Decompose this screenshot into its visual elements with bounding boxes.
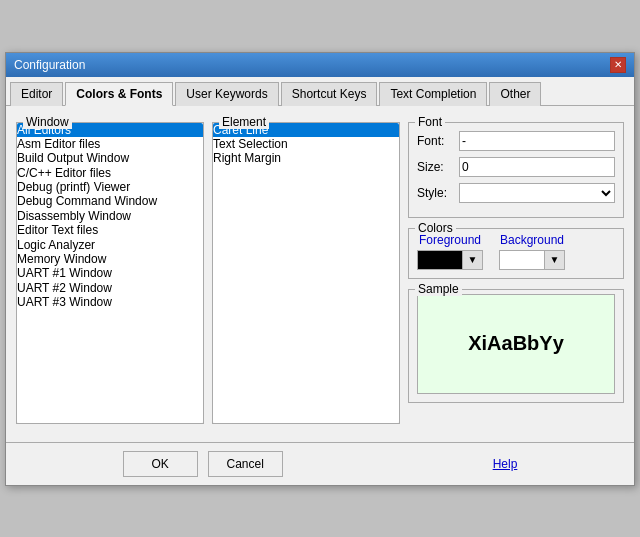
font-section: Font: Size: Style: — [409, 123, 623, 217]
tabs-bar: Editor Colors & Fonts User Keywords Shor… — [6, 77, 634, 106]
font-size-row: Size: — [417, 157, 615, 177]
font-group: Font Font: Size: Style: — [408, 122, 624, 218]
configuration-dialog: Configuration ✕ Editor Colors & Fonts Us… — [5, 52, 635, 486]
element-group-label: Element — [219, 115, 269, 129]
background-color-box[interactable] — [499, 250, 545, 270]
window-item-memory[interactable]: Memory Window — [17, 252, 203, 266]
window-item-cpp[interactable]: C/C++ Editor files — [17, 166, 203, 180]
font-style-select[interactable] — [459, 183, 615, 203]
style-label: Style: — [417, 186, 455, 200]
sample-text: XiAaBbYy — [417, 294, 615, 394]
colors-group: Colors Foreground ▼ Backgrou — [408, 228, 624, 279]
size-label: Size: — [417, 160, 455, 174]
content-area: Window All Editors Asm Editor files Buil… — [6, 106, 634, 442]
colors-section: Foreground ▼ Background ▼ — [409, 229, 623, 278]
ok-button[interactable]: OK — [123, 451, 198, 477]
window-group-label: Window — [23, 115, 72, 129]
window-list[interactable]: All Editors Asm Editor files Build Outpu… — [17, 123, 203, 423]
element-item-right-margin[interactable]: Right Margin — [213, 151, 399, 165]
tab-other[interactable]: Other — [489, 82, 541, 106]
font-label: Font: — [417, 134, 455, 148]
background-label: Background — [500, 233, 564, 247]
right-panel: Font Font: Size: Style: — [408, 116, 624, 424]
tab-colors-fonts[interactable]: Colors & Fonts — [65, 82, 173, 106]
sample-group: Sample XiAaBbYy — [408, 289, 624, 403]
background-item: Background ▼ — [499, 233, 565, 270]
font-size-input[interactable] — [459, 157, 615, 177]
element-item-text-selection[interactable]: Text Selection — [213, 137, 399, 151]
tab-text-completion[interactable]: Text Completion — [379, 82, 487, 106]
font-style-row: Style: — [417, 183, 615, 203]
window-item-editor-text[interactable]: Editor Text files — [17, 223, 203, 237]
foreground-label: Foreground — [419, 233, 481, 247]
help-link[interactable]: Help — [493, 457, 518, 471]
window-item-uart1[interactable]: UART #1 Window — [17, 266, 203, 280]
window-item-uart3[interactable]: UART #3 Window — [17, 295, 203, 309]
dialog-title: Configuration — [14, 58, 85, 72]
background-picker: ▼ — [499, 250, 565, 270]
foreground-item: Foreground ▼ — [417, 233, 483, 270]
font-group-label: Font — [415, 115, 445, 129]
window-item-debug-command[interactable]: Debug Command Window — [17, 194, 203, 208]
tab-user-keywords[interactable]: User Keywords — [175, 82, 278, 106]
foreground-dropdown-btn[interactable]: ▼ — [463, 250, 483, 270]
panels-row: Window All Editors Asm Editor files Buil… — [16, 116, 624, 424]
foreground-color-box[interactable] — [417, 250, 463, 270]
cancel-button[interactable]: Cancel — [208, 451, 283, 477]
window-panel-container: Window All Editors Asm Editor files Buil… — [16, 116, 204, 424]
bottom-bar: OK Cancel Help — [6, 442, 634, 485]
background-dropdown-btn[interactable]: ▼ — [545, 250, 565, 270]
close-button[interactable]: ✕ — [610, 57, 626, 73]
tab-editor[interactable]: Editor — [10, 82, 63, 106]
element-list[interactable]: Caret Line Text Selection Right Margin — [213, 123, 399, 423]
window-item-uart2[interactable]: UART #2 Window — [17, 281, 203, 295]
element-group: Element Caret Line Text Selection Right … — [212, 122, 400, 424]
title-bar: Configuration ✕ — [6, 53, 634, 77]
window-item-asm[interactable]: Asm Editor files — [17, 137, 203, 151]
colors-group-label: Colors — [415, 221, 456, 235]
window-item-debug-printf[interactable]: Debug (printf) Viewer — [17, 180, 203, 194]
tab-shortcut-keys[interactable]: Shortcut Keys — [281, 82, 378, 106]
window-group: Window All Editors Asm Editor files Buil… — [16, 122, 204, 424]
font-name-input[interactable] — [459, 131, 615, 151]
element-panel-container: Element Caret Line Text Selection Right … — [212, 116, 400, 424]
font-name-row: Font: — [417, 131, 615, 151]
sample-group-label: Sample — [415, 282, 462, 296]
foreground-picker: ▼ — [417, 250, 483, 270]
window-item-logic[interactable]: Logic Analyzer — [17, 238, 203, 252]
colors-row: Foreground ▼ Background ▼ — [417, 233, 615, 270]
window-item-disassembly[interactable]: Disassembly Window — [17, 209, 203, 223]
window-item-build-output[interactable]: Build Output Window — [17, 151, 203, 165]
